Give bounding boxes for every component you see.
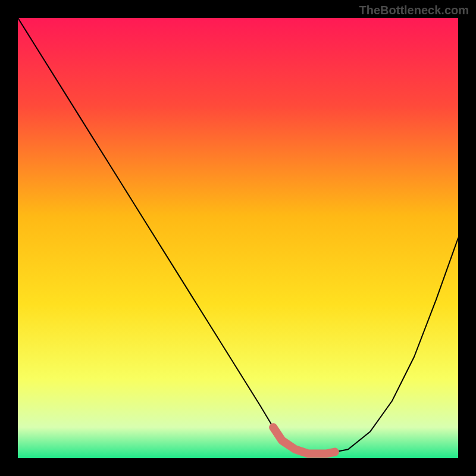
plot-area bbox=[18, 18, 458, 458]
chart-svg bbox=[18, 18, 458, 458]
watermark: TheBottleneck.com bbox=[359, 4, 469, 17]
chart-container: TheBottleneck.com bbox=[0, 0, 476, 476]
gradient-background bbox=[18, 18, 458, 458]
